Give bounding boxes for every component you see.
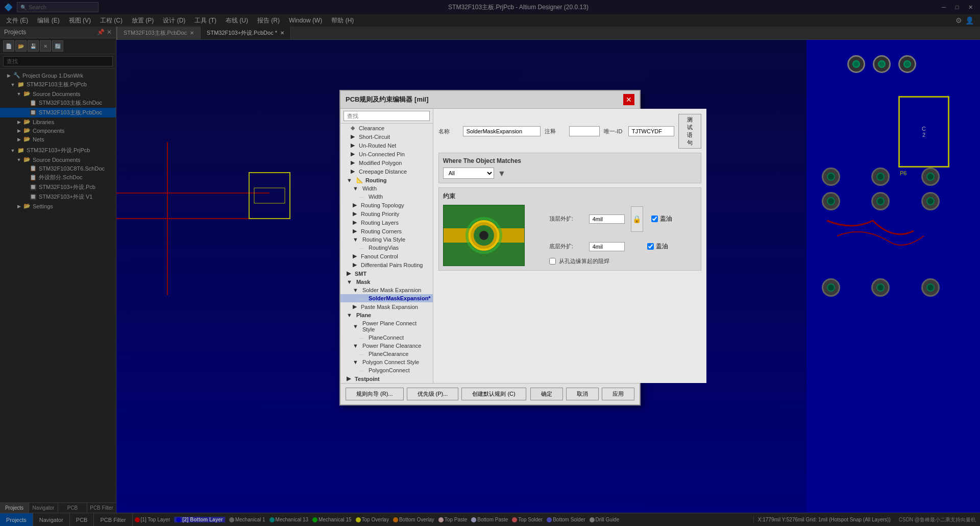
dlg-tree-clearance[interactable]: ◆ Clearance [340, 124, 433, 132]
bottom-expansion-input[interactable] [589, 242, 625, 251]
create-default-button[interactable]: 创建默认规则 (C) [461, 388, 526, 400]
uid-input[interactable] [628, 126, 674, 136]
dialog-close-button[interactable]: ✕ [623, 94, 634, 105]
constraint-visual: ↑ ↓ 顶层外扩: 🔒 [443, 205, 697, 266]
dlg-tree-routing-vias[interactable]: — RoutingVias [340, 244, 433, 252]
top-expansion-label: 顶层外扩: [549, 215, 585, 223]
rule-details-pane: 名称 注释 唯一-ID 测试语句 Where The Object Matche… [433, 109, 706, 383]
pcb-rules-dialog: PCB规则及约束编辑器 [mil] ✕ ◆ Clearance ▶ [339, 90, 641, 405]
dlg-tree-power-clearance[interactable]: ▼ Power Plane Clearance [340, 342, 433, 350]
dlg-tree-topology[interactable]: ▶ Routing Topology [340, 201, 433, 209]
dlg-tree-polygon-connect-child[interactable]: — PolygonConnect [340, 366, 433, 374]
bottom-mask-checkbox-row: 盖油 [647, 242, 668, 251]
calc-from-hole-label: 从孔边缘算起的阻焊 [559, 257, 609, 265]
constraint-title: 约束 [443, 192, 697, 201]
calc-from-hole-checkbox[interactable] [549, 258, 556, 265]
dlg-tree-diff-pairs[interactable]: ▶ Differential Pairs Routing [340, 260, 433, 269]
dlg-tree-solder-mask-exp[interactable]: — SolderMaskExpansion* [340, 294, 433, 302]
top-expansion-input[interactable] [589, 214, 625, 224]
dlg-tree-priority[interactable]: ▶ Routing Priority [340, 209, 433, 218]
pad-circles [466, 218, 502, 253]
dialog-title-bar: PCB规则及约束编辑器 [mil] ✕ [340, 91, 640, 109]
dlg-tree-unrouted-net[interactable]: ▶ Un-Routed Net [340, 141, 433, 150]
dlg-tree-creepage[interactable]: ▶ Creepage Distance [340, 167, 433, 176]
pad-hole [479, 231, 488, 240]
dlg-tree-polygon-connect[interactable]: ▼ Polygon Connect Style [340, 358, 433, 366]
top-mask-label: 盖油 [660, 214, 672, 223]
test-query-button[interactable]: 测试语句 [678, 114, 701, 149]
ok-button[interactable]: 确定 [530, 388, 563, 400]
cancel-button[interactable]: 取消 [566, 388, 599, 400]
dlg-tree-modified-polygon[interactable]: ▶ Modified Polygon [340, 158, 433, 167]
top-mask-checkbox-row: 盖油 [651, 214, 672, 223]
dlg-tree-corners[interactable]: ▶ Routing Corners [340, 227, 433, 235]
dialog-search-input[interactable] [344, 111, 430, 121]
comment-label: 注释 [545, 128, 565, 135]
footer-right-buttons: 确定 取消 应用 [530, 388, 634, 400]
top-expansion-row: 顶层外扩: 🔒 盖油 [549, 206, 697, 232]
dlg-tree-power-connect[interactable]: ▼ Power Plane Connect Style [340, 319, 433, 333]
bottom-expansion-label: 底层外扩: [549, 243, 585, 250]
where-matches-select[interactable]: All [443, 168, 494, 179]
where-matches-section: Where The Object Matches All ▼ [438, 153, 701, 183]
rules-tree: ◆ Clearance ▶ Short-Circuit ▶ Un-Routed … [340, 124, 433, 383]
dlg-tree-fanout[interactable]: ▶ Fanout Control [340, 252, 433, 260]
bottom-mask-checkbox[interactable] [647, 243, 654, 250]
rule-name-input[interactable] [463, 126, 541, 136]
rule-guide-button[interactable]: 规则向导 (R)... [346, 388, 404, 400]
uid-label: 唯一-ID [604, 128, 624, 135]
dlg-tree-testpoint[interactable]: ▶ Testpoint [340, 374, 433, 383]
dlg-tree-paste-mask[interactable]: ▶ Paste Mask Expansion [340, 302, 433, 311]
dlg-tree-plane-clearance[interactable]: — PlaneClearance [340, 350, 433, 358]
comment-input[interactable] [569, 126, 600, 136]
lock-icon: 🔒 [632, 215, 641, 223]
dlg-tree-short-circuit[interactable]: ▶ Short-Circuit [340, 132, 433, 141]
footer-left-buttons: 规则向导 (R)... 优先级 (P)... 创建默认规则 (C) [346, 388, 526, 400]
dlg-tree-via-style[interactable]: ▼ Routing Via Style [340, 235, 433, 244]
rule-name-row: 名称 注释 唯一-ID 测试语句 [438, 114, 701, 149]
constraint-section: 约束 [438, 187, 701, 271]
dlg-tree-solder-mask[interactable]: ▼ Solder Mask Expansion [340, 286, 433, 294]
top-mask-checkbox[interactable] [651, 216, 658, 222]
dlg-tree-smt[interactable]: ▶ SMT [340, 269, 433, 278]
dlg-tree-mask[interactable]: ▼ Mask [340, 278, 433, 286]
calc-from-hole-row: 从孔边缘算起的阻焊 [549, 257, 697, 265]
dialog-overlay: PCB规则及约束编辑器 [mil] ✕ ◆ Clearance ▶ [0, 0, 980, 526]
lock-button[interactable]: 🔒 [631, 206, 643, 232]
pad-preview: ↑ ↓ [443, 205, 525, 266]
bottom-mask-label: 盖油 [656, 242, 668, 251]
constraint-fields: 顶层外扩: 🔒 盖油 [549, 206, 697, 265]
dropdown-arrow-icon[interactable]: ▼ [498, 169, 506, 178]
dialog-footer: 规则向导 (R)... 优先级 (P)... 创建默认规则 (C) 确定 取消 … [340, 383, 640, 404]
apply-button[interactable]: 应用 [602, 388, 634, 400]
priority-button[interactable]: 优先级 (P)... [407, 388, 459, 400]
where-matches-title: Where The Object Matches [443, 157, 697, 164]
dlg-tree-width[interactable]: ▼ Width [340, 184, 433, 193]
dialog-title-text: PCB规则及约束编辑器 [mil] [346, 95, 429, 104]
name-label: 名称 [438, 128, 459, 135]
dlg-tree-width-child[interactable]: — Width [340, 193, 433, 201]
dlg-tree-unconnected-pin[interactable]: ▶ Un-Connected Pin [340, 150, 433, 158]
dlg-tree-plane[interactable]: ▼ Plane [340, 311, 433, 319]
dlg-tree-layers[interactable]: ▶ Routing Layers [340, 218, 433, 227]
dlg-tree-routing[interactable]: ▼ 📐 Routing [340, 176, 433, 184]
dlg-tree-plane-connect[interactable]: — PlaneConnect [340, 333, 433, 342]
bottom-expansion-row: 底层外扩: 盖油 [549, 242, 697, 251]
